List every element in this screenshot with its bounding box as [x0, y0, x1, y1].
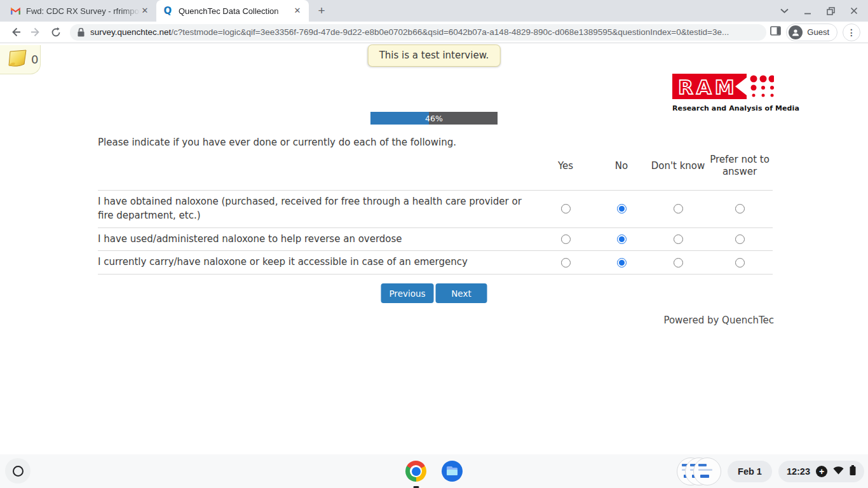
- column-header-no: No: [593, 160, 649, 172]
- gmail-icon: [10, 6, 20, 16]
- wifi-icon: [833, 466, 844, 477]
- active-app-indicator: [413, 486, 419, 488]
- row-label: I have used/administered naloxone to hel…: [98, 231, 538, 248]
- column-header-dont-know: Don't know: [649, 160, 707, 172]
- launcher-icon: [13, 466, 24, 477]
- previous-button[interactable]: Previous: [381, 283, 434, 303]
- column-header-prefer-not: Prefer not to answer: [707, 154, 773, 178]
- url-path: /c?testmode=logic&qif=3ee3356f-769d-47de…: [171, 27, 729, 37]
- survey-nav-buttons: Previous Next: [381, 283, 487, 303]
- ram-logo: RAM Research and Analysis of Media: [672, 74, 774, 112]
- restore-icon[interactable]: [827, 7, 835, 15]
- notification-plus-icon: +: [816, 466, 827, 477]
- browser-toolbar: survey.quenchtec.net/c?testmode=logic&qi…: [0, 22, 868, 43]
- browser-menu-icon[interactable]: ⋮: [843, 24, 860, 41]
- files-app-icon[interactable]: [442, 459, 463, 484]
- note-count: 0: [31, 53, 38, 66]
- svg-text:RAM: RAM: [678, 76, 738, 98]
- chrome-app-icon[interactable]: [405, 459, 426, 484]
- clock-label: 12:23: [787, 466, 810, 477]
- toolbar-right: Guest ⋮: [770, 24, 863, 41]
- side-panel-icon[interactable]: [770, 26, 781, 38]
- chromeos-shelf: Feb 1 12:23 +: [0, 454, 868, 488]
- launcher-button[interactable]: [5, 458, 31, 484]
- new-tab-button[interactable]: +: [313, 2, 330, 20]
- ram-tagline: Research and Analysis of Media: [672, 104, 774, 112]
- tab-strip: Fwd: CDC RX Survey - rfrimpong ✕ Q Quenc…: [0, 0, 868, 22]
- tab-close-icon[interactable]: ✕: [140, 6, 150, 16]
- shelf-apps: [405, 454, 463, 488]
- radio-yes[interactable]: [561, 204, 571, 214]
- lock-icon[interactable]: [78, 28, 85, 37]
- profile-label: Guest: [807, 27, 829, 37]
- reload-icon[interactable]: [48, 24, 64, 41]
- tab-search-chevron-icon[interactable]: [780, 8, 789, 13]
- guest-avatar-icon: [789, 25, 803, 39]
- battery-icon: [850, 465, 856, 477]
- back-icon[interactable]: [7, 24, 24, 41]
- tab-close-icon[interactable]: ✕: [292, 6, 302, 16]
- question-matrix: I have obtained naloxone (purchased, rec…: [98, 190, 773, 274]
- url-bar[interactable]: survey.quenchtec.net/c?testmode=logic&qi…: [70, 24, 766, 41]
- tab-quenchtec[interactable]: Q QuenchTec Data Collection ✕: [156, 0, 309, 22]
- radio-prefer-not[interactable]: [735, 234, 745, 244]
- powered-by-label: Powered by QuenchTec: [663, 315, 774, 326]
- system-tray[interactable]: 12:23 +: [778, 461, 864, 482]
- tab-gmail[interactable]: Fwd: CDC RX Survey - rfrimpong ✕: [4, 0, 156, 22]
- radio-dont-know[interactable]: [674, 204, 683, 214]
- minimize-icon[interactable]: [804, 7, 811, 15]
- answer-column-headers: Yes No Don't know Prefer not to answer: [98, 150, 773, 182]
- sticky-note-icon: [5, 49, 28, 71]
- url-text: survey.quenchtec.net/c?testmode=logic&qi…: [90, 27, 729, 37]
- survey-page: 0 This is a test interview. RAM Research…: [0, 43, 868, 454]
- quenchtec-icon: Q: [163, 6, 173, 16]
- question-text: Please indicate if you have ever done or…: [98, 137, 456, 148]
- test-interview-banner: This is a test interview.: [368, 44, 501, 67]
- tab-title: QuenchTec Data Collection: [179, 6, 292, 16]
- table-row: I have used/administered naloxone to hel…: [98, 228, 773, 252]
- progress-bar: 46%: [370, 112, 498, 125]
- next-button[interactable]: Next: [436, 283, 487, 303]
- table-row: I have obtained naloxone (purchased, rec…: [98, 191, 773, 228]
- close-icon[interactable]: [850, 7, 858, 15]
- radio-no[interactable]: [617, 258, 627, 268]
- window-controls: [770, 0, 868, 22]
- chromeos-screen: Fwd: CDC RX Survey - rfrimpong ✕ Q Quenc…: [0, 0, 868, 488]
- status-area: Feb 1 12:23 +: [677, 454, 864, 488]
- row-label: I currently carry/have naloxone or keep …: [98, 254, 538, 271]
- row-label: I have obtained naloxone (purchased, rec…: [98, 194, 538, 224]
- date-button[interactable]: Feb 1: [728, 461, 772, 482]
- tab-title: Fwd: CDC RX Survey - rfrimpong: [26, 6, 140, 16]
- test-notes-widget[interactable]: 0: [0, 45, 41, 74]
- radio-no[interactable]: [617, 234, 627, 244]
- column-header-yes: Yes: [538, 160, 593, 172]
- progress-label: 46%: [370, 112, 498, 125]
- radio-prefer-not[interactable]: [735, 204, 745, 214]
- url-domain: survey.quenchtec.net: [90, 27, 171, 37]
- table-row: I currently carry/have naloxone or keep …: [98, 251, 773, 274]
- forward-icon[interactable]: [27, 24, 44, 41]
- holding-space-previews[interactable]: [677, 457, 721, 486]
- radio-dont-know[interactable]: [674, 234, 683, 244]
- profile-chip[interactable]: Guest: [786, 24, 837, 41]
- radio-no[interactable]: [617, 204, 627, 214]
- radio-yes[interactable]: [561, 258, 571, 268]
- radio-prefer-not[interactable]: [735, 258, 745, 268]
- radio-dont-know[interactable]: [674, 258, 683, 268]
- radio-yes[interactable]: [561, 234, 571, 244]
